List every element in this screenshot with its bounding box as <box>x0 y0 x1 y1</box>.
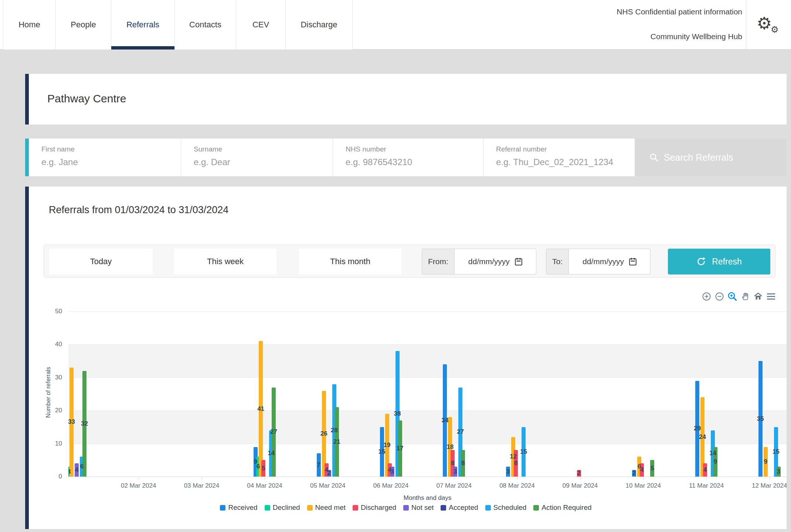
gridline <box>68 444 787 444</box>
legend-item-scheduled[interactable]: Scheduled <box>485 504 527 512</box>
search-referrals-button[interactable]: Search Referrals <box>635 139 787 176</box>
bar-value-label: 21 <box>333 438 340 446</box>
grid-stripe <box>68 344 787 377</box>
x-axis-tickmark <box>454 477 454 480</box>
legend-label: Discharged <box>361 504 396 512</box>
from-date-input[interactable]: dd/mm/yyyy <box>454 249 536 274</box>
nhs-number-field[interactable]: NHS numbere.g. 9876543210 <box>333 139 483 176</box>
referrals-range-title: Referrals from 01/03/2024 to 31/03/2024 <box>49 204 228 216</box>
y-axis-title: Number of referrals <box>45 346 52 439</box>
legend-item-received[interactable]: Received <box>220 504 257 512</box>
card-accent <box>25 187 29 529</box>
this-month-button[interactable]: This month <box>299 249 401 274</box>
legend-marker <box>403 505 409 511</box>
x-axis-tickmark <box>517 477 517 480</box>
chart-toolbar <box>702 291 776 301</box>
refresh-label: Refresh <box>712 257 742 267</box>
legend-item-not-set[interactable]: Not set <box>403 504 434 512</box>
legend-marker <box>485 505 491 511</box>
settings-button[interactable]: ⚙ ⚙ <box>746 0 791 50</box>
chart-legend: ReceivedDeclinedNeed metDischargedNot se… <box>25 504 787 512</box>
top-nav: HomePeopleReferralsContactsCEVDischarge … <box>0 0 791 50</box>
x-axis-tick: 06 Mar 2024 <box>373 482 408 490</box>
pathway-centre-card: Pathway Centre <box>25 74 787 125</box>
refresh-button[interactable]: Refresh <box>668 249 770 274</box>
x-axis-tick: 10 Mar 2024 <box>626 482 661 490</box>
home-icon[interactable] <box>753 291 763 301</box>
today-button[interactable]: Today <box>49 249 153 274</box>
x-axis-tick: 03 Mar 2024 <box>184 482 219 490</box>
legend-label: Need met <box>315 504 346 512</box>
legend-item-discharged[interactable]: Discharged <box>353 504 396 512</box>
nav-tab-referrals[interactable]: Referrals <box>111 0 174 50</box>
bar-value-label: 9 <box>714 458 717 466</box>
bar-value-label: 9 <box>764 458 767 466</box>
bar-value-label: 26 <box>320 430 327 437</box>
y-axis-tick: 20 <box>33 407 62 414</box>
nav-tab-cev[interactable]: CEV <box>236 0 285 50</box>
x-axis-tickmark <box>391 477 391 480</box>
y-axis-tick: 50 <box>33 308 62 315</box>
bar-value-label: 38 <box>394 410 401 417</box>
to-date-input[interactable]: dd/mm/yyyy <box>568 249 651 274</box>
bar-value-label: 15 <box>378 448 386 456</box>
first-name-field[interactable]: First namee.g. Jane <box>29 139 181 176</box>
y-axis-tick: 40 <box>33 341 62 348</box>
bar-value-label: 15 <box>520 448 527 456</box>
surname-field[interactable]: Surnamee.g. Dear <box>181 139 333 176</box>
bar-value-label: 18 <box>447 443 454 451</box>
gridline <box>68 378 787 378</box>
nav-tab-contacts[interactable]: Contacts <box>174 0 236 50</box>
field-label: First name <box>41 145 181 153</box>
pan-icon[interactable] <box>740 291 750 301</box>
legend-item-accepted[interactable]: Accepted <box>441 504 478 512</box>
x-axis-tick: 11 Mar 2024 <box>689 482 724 490</box>
nav-tab-home[interactable]: Home <box>3 0 55 50</box>
confidential-text: NHS Confidential patient information <box>483 7 742 16</box>
y-axis-tick: 0 <box>33 473 62 480</box>
legend-label: Accepted <box>449 504 478 512</box>
this-week-button[interactable]: This week <box>174 249 276 274</box>
zoom-out-icon[interactable] <box>714 291 724 301</box>
calendar-icon <box>629 258 636 266</box>
search-fields: First namee.g. JaneSurnamee.g. DearNHS n… <box>29 139 635 176</box>
x-axis-tickmark <box>139 477 139 480</box>
bar-value-label: 33 <box>68 418 75 426</box>
legend-label: Not set <box>411 504 434 512</box>
bar-value-label: 3 <box>390 468 394 475</box>
menu-icon[interactable] <box>766 291 776 301</box>
legend-item-need-met[interactable]: Need met <box>307 504 346 512</box>
x-axis-tickmark <box>201 477 202 480</box>
calendar-icon <box>515 258 522 266</box>
x-axis-tickmark <box>770 477 770 480</box>
legend-item-declined[interactable]: Declined <box>265 504 300 512</box>
bar-value-label: 35 <box>757 415 764 423</box>
x-axis-tickmark <box>643 477 644 480</box>
nav-tab-discharge[interactable]: Discharge <box>285 0 353 50</box>
nav-tabs: HomePeopleReferralsContactsCEVDischarge <box>3 0 353 50</box>
selection-zoom-icon[interactable] <box>727 291 737 301</box>
bar-value-label: 5 <box>651 465 654 472</box>
chart-plot-area[interactable]: 7971534322935363341261918126249544882444… <box>68 311 787 477</box>
referral-number-field[interactable]: Referral numbere.g. Thu_Dec_02_2021_1234 <box>483 139 635 176</box>
field-placeholder: e.g. Thu_Dec_02_2021_1234 <box>496 157 635 167</box>
card-accent <box>25 74 29 125</box>
gridline <box>68 311 787 312</box>
x-axis-tick: 09 Mar 2024 <box>563 482 598 490</box>
legend-item-action-required[interactable]: Action Required <box>533 504 591 512</box>
zoom-in-icon[interactable] <box>702 291 711 301</box>
bar-value-label: 4 <box>703 466 707 474</box>
legend-marker <box>353 505 358 511</box>
x-axis-title: Months and days <box>68 494 787 502</box>
nav-tab-people[interactable]: People <box>55 0 111 50</box>
bar-value-label: 4 <box>75 466 78 474</box>
legend-marker <box>307 505 313 511</box>
gear-small-icon: ⚙ <box>771 24 779 35</box>
bar-value-label: 8 <box>461 460 465 467</box>
y-axis-tick: 10 <box>33 440 62 447</box>
field-label: Referral number <box>496 145 635 153</box>
bar-value-label: 4 <box>640 466 644 474</box>
hub-name-text: Community Wellbeing Hub <box>483 32 742 41</box>
x-axis-tick: 04 Mar 2024 <box>247 482 282 490</box>
field-placeholder: e.g. Dear <box>194 157 333 167</box>
